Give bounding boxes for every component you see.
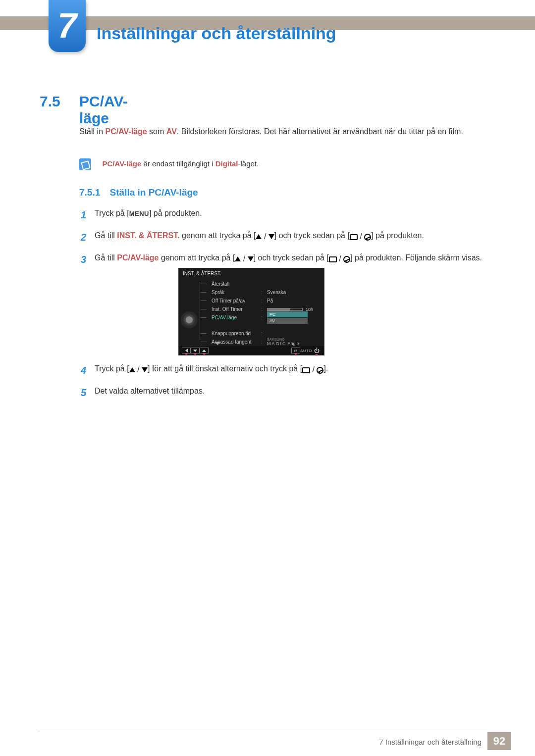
intro-paragraph: Ställ in PC/AV-läge som AV. Bildstorleke… [79,125,481,138]
step-body: Gå till PC/AV-läge genom att trycka på [… [95,251,487,269]
menu-button-label: MENU [129,210,149,217]
magic-label: MAGIC [267,341,287,346]
osd-label: Knappupprepn.tid [212,331,261,336]
osd-screenshot: INST. & ÅTERST. Återställ Språk:Svenska … [178,268,324,355]
step-body: Tryck på [MENU] på produkten. [95,206,487,224]
osd-footer: AUTO [179,346,324,355]
text: ]. [323,364,328,373]
enter-source-icon: / [350,229,371,244]
term-pcav: PC/AV-läge [105,127,147,136]
enter-source-icon: / [302,362,323,377]
up-down-icon: / [129,362,148,377]
subsection-heading: 7.5.1 Ställa in PC/AV-läge [79,187,198,198]
step-number: 1 [81,206,95,224]
steps-list-continued: 4 Tryck på [ / ] för att gå till önskat … [81,361,487,406]
steps-list: 1 Tryck på [MENU] på produkten. 2 Gå til… [81,206,487,273]
footer-divider [37,732,511,732]
chapter-title: Inställningar och återställning [97,24,336,43]
term-av: AV [166,127,177,136]
osd-value: PC AV [267,311,324,324]
osd-value: På [267,298,324,303]
step-4: 4 Tryck på [ / ] för att gå till önskat … [81,361,487,380]
osd-auto-label: AUTO [300,348,312,353]
osd-enter-icon [291,348,300,353]
step-number: 4 [81,361,95,380]
step-1: 1 Tryck på [MENU] på produkten. [81,206,487,224]
step-number: 2 [81,228,95,247]
page-number-badge: 92 [487,732,511,750]
footer-chapter-label: 7 Inställningar och återställning [379,738,482,746]
osd-row-language: Språk:Svenska [208,288,324,297]
term-inst-aterst: INST. & ÅTERST. [117,231,179,240]
text: ] och tryck sedan på [ [254,253,329,262]
text: ] och tryck sedan på [ [274,231,350,240]
osd-option-av: AV [267,318,308,324]
chapter-number-badge: 7 [49,0,86,52]
text: ] för att gå till önskat alternativ och … [148,364,302,373]
osd-option-pc: PC [267,311,308,317]
step-number: 5 [81,384,95,402]
text: genom att trycka på [ [159,253,235,262]
osd-row-customkey: Anpassad tangent:SAMSUNGMAGIC Angle [208,338,324,346]
text: Tryck på [ [95,209,129,217]
subsection-title: Ställa in PC/AV-läge [110,187,198,198]
text: ] på produkten. [149,209,202,217]
term-pcav: PC/AV-läge [117,253,159,262]
osd-row-keyrepeat: Knappupprepn.tid: [208,329,324,338]
step-body: Tryck på [ / ] för att gå till önskat al… [95,361,487,380]
osd-power-icon [312,348,321,353]
note-icon [79,158,91,170]
osd-label: Återställ [212,281,261,287]
term-pcav: PC/AV-läge [102,159,141,168]
up-down-icon: / [256,229,274,244]
osd-up-icon [200,348,209,353]
text: Ställ in [79,127,105,136]
gear-icon [183,313,196,326]
section-title: PC/AV-läge [79,93,128,127]
osd-label-selected: PC/AV-läge [212,315,261,320]
osd-label: Off Timer på/av [212,298,261,303]
text: Gå till [95,253,117,262]
text: är endast tillgängligt i [141,159,215,168]
osd-back-icon [182,348,191,353]
note-row: PC/AV-läge är endast tillgängligt i Digi… [79,158,481,170]
up-down-icon: / [235,252,253,266]
osd-title: INST. & ÅTERST. [179,268,324,279]
osd-down-icon [191,348,200,353]
text: ] på produkten. Följande skärm visas. [350,253,482,262]
step-5: 5 Det valda alternativet tillämpas. [81,384,487,402]
enter-source-icon: / [329,252,350,266]
text: . Bildstorleken förstoras. Det här alter… [177,127,463,136]
osd-label: Språk [212,290,261,295]
step-2: 2 Gå till INST. & ÅTERST. genom att tryc… [81,228,487,247]
subsection-number: 7.5.1 [79,187,100,198]
osd-row-offtimer: Off Timer på/av:På [208,297,324,305]
text: Gå till [95,231,117,240]
text: som [147,127,166,136]
note-text: PC/AV-läge är endast tillgängligt i Digi… [102,159,259,168]
brand-label: SAMSUNG [267,338,324,341]
osd-row-pcav: PC/AV-läge: PC AV [208,313,324,322]
step-number: 3 [81,251,95,269]
osd-body: Återställ Språk:Svenska Off Timer på/av:… [179,279,324,346]
section-number: 7.5 [40,93,60,110]
osd-value-magic: SAMSUNGMAGIC Angle [267,338,324,346]
scroll-down-icon [215,342,220,345]
slider-icon [267,308,303,311]
osd-value: Svenska [267,290,324,295]
step-3: 3 Gå till PC/AV-läge genom att trycka på… [81,251,487,269]
text: Tryck på [ [95,364,129,373]
text: Det valda alternativet tillämpas. [95,387,205,395]
osd-label: Inst. Off Timer [212,306,261,312]
magic-value: Angle [288,341,299,346]
term-digital: Digital [215,159,238,168]
text: genom att trycka på [ [180,231,256,240]
step-body: Gå till INST. & ÅTERST. genom att trycka… [95,228,487,247]
text: -läget. [238,159,259,168]
osd-tree-line [200,282,200,340]
step-body: Det valda alternativet tillämpas. [95,384,487,402]
osd-row-reset: Återställ [208,280,324,288]
text: ] på produkten. [371,231,424,240]
